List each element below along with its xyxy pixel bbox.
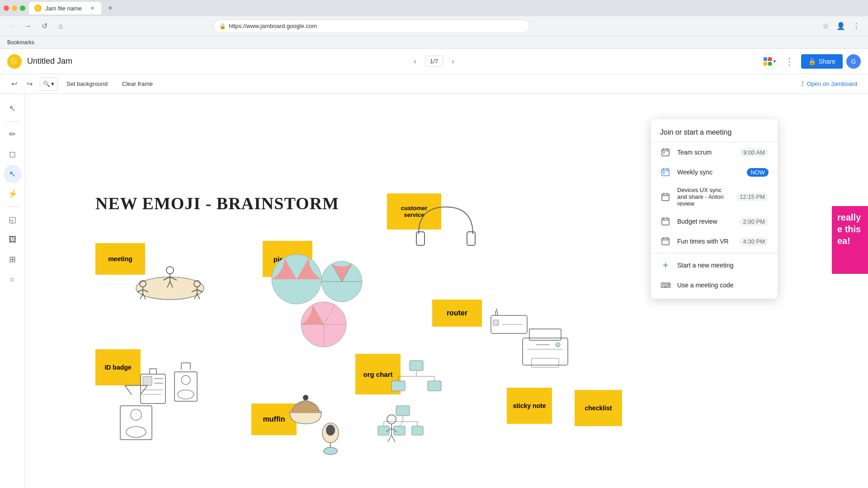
svg-rect-109 [662, 194, 669, 201]
more-options-icon[interactable]: ⋮ [850, 20, 863, 33]
zoom-arrow: ▾ [51, 80, 54, 87]
close-window-btn[interactable] [4, 5, 9, 11]
meeting-panel: Join or start a meeting Team scrum 9:00 … [651, 119, 778, 299]
share-lock-icon: 🔒 [808, 58, 816, 65]
undo-redo-group: ↩ ↪ [7, 77, 36, 91]
maximize-window-btn[interactable] [20, 5, 25, 11]
tool-divider-1 [5, 121, 20, 122]
undo-button[interactable]: ↩ [7, 77, 21, 91]
address-bar[interactable]: 🔒 https://www.jamboard.google.com [213, 19, 530, 33]
svg-rect-2 [764, 61, 767, 65]
pen-tool-btn[interactable]: ✏ [4, 125, 22, 143]
meeting-item-devices-ux[interactable]: Devices UX sync and share - Anton review… [651, 182, 778, 211]
meeting-item-team-scrum[interactable]: Team scrum 9:00 AM [651, 142, 778, 162]
window-controls [4, 5, 25, 11]
svg-rect-113 [662, 218, 669, 225]
minimize-window-btn[interactable] [12, 5, 17, 11]
sticky-note-id-badge[interactable]: ID badge [95, 349, 141, 385]
back-button[interactable]: ← [5, 20, 18, 33]
next-frame-btn[interactable]: › [447, 55, 459, 68]
app-title[interactable]: Untitled Jam [27, 56, 756, 66]
select-active-tool-btn[interactable]: ↖ [4, 165, 22, 183]
bookmarks-label[interactable]: Bookmarks [7, 39, 34, 46]
select-tool-btn[interactable]: ↖ [4, 99, 22, 117]
user-avatar[interactable]: G [846, 54, 861, 69]
profile-icon[interactable]: 👤 [835, 20, 847, 33]
sticky-note-org-chart[interactable]: org chart [355, 354, 401, 394]
share-button[interactable]: 🔒 Share [801, 54, 843, 69]
svg-rect-99 [662, 149, 669, 156]
svg-rect-0 [764, 57, 767, 61]
sticky-note-router[interactable]: router [432, 300, 482, 327]
image-tool-btn[interactable]: 🖼 [4, 230, 22, 249]
sticky-note-tool-btn[interactable]: ◱ [4, 211, 22, 229]
meet-button[interactable]: ▾ [761, 53, 778, 70]
meeting-panel-header: Join or start a meeting [651, 119, 778, 142]
start-new-meeting-btn[interactable]: + Start a new meeting [651, 255, 778, 275]
calendar-icon-4 [660, 216, 671, 227]
sticky-note-muffin[interactable]: muffin [251, 404, 297, 435]
template-tool-btn[interactable]: ⊞ [4, 250, 22, 268]
lock-icon: 🔒 [219, 23, 226, 29]
calendar-icon-3 [660, 192, 671, 202]
more-options-btn[interactable]: ⋮ [781, 53, 797, 70]
browser-titlebar: 🟡 Jam file name ✕ + [0, 0, 868, 16]
clear-frame-button[interactable]: Clear frame [117, 77, 158, 91]
sticky-note-sticky-note[interactable]: sticky note [507, 388, 552, 424]
plus-icon: + [660, 260, 671, 271]
meeting-item-fun-times[interactable]: Fun times with VR 4:30 PM [651, 231, 778, 251]
use-meeting-code-btn[interactable]: ⌨ Use a meeting code [651, 275, 778, 295]
tool-sidebar: ↖ ✏ ◻ ↖ ⚡ ◱ 🖼 ⊞ ○ [0, 94, 25, 488]
zoom-icon: 🔍 [43, 80, 50, 87]
redo-button[interactable]: ↪ [23, 77, 36, 91]
sticky-note-meeting[interactable]: meeting [95, 243, 145, 275]
browser-toolbar: ← → ↺ ⌂ 🔒 https://www.jamboard.google.co… [0, 16, 868, 36]
app-logo: 🟡 [7, 54, 22, 69]
meeting-item-weekly-sync[interactable]: Weekly sync NOW [651, 162, 778, 182]
eraser-tool-btn[interactable]: ◻ [4, 145, 22, 163]
sticky-note-pie-chart[interactable]: pie chart [263, 241, 312, 277]
svg-rect-108 [663, 172, 665, 174]
open-external-icon: ⤴ [801, 80, 804, 87]
calendar-icon-5 [660, 236, 671, 247]
tab-close-btn[interactable]: ✕ [89, 5, 96, 12]
forward-button[interactable]: → [22, 20, 34, 33]
meeting-time-fun-times: 4:30 PM [740, 237, 769, 246]
keyboard-icon: ⌨ [660, 280, 671, 291]
laser-tool-btn[interactable]: ⚡ [4, 185, 22, 203]
frame-navigation: ‹ 1/7 › [409, 55, 459, 68]
bookmark-star-icon[interactable]: ☆ [819, 20, 832, 33]
meet-icon [763, 56, 773, 66]
header-right: ▾ ⋮ 🔒 Share G [761, 53, 861, 70]
jam-canvas[interactable]: NEW EMOJI - BRAINSTORM customer service … [25, 94, 868, 488]
shapes-tool-btn[interactable]: ○ [4, 270, 22, 288]
app-header: 🟡 Untitled Jam ‹ 1/7 › ▾ ⋮ [0, 49, 868, 74]
tab-title: Jam file name [45, 5, 82, 12]
sticky-note-customer-service[interactable]: customer service [387, 193, 441, 230]
meeting-time-budget-review: 2:00 PM [740, 217, 769, 226]
pink-sticky-note[interactable]: reallye thisea! [832, 206, 868, 274]
prev-frame-btn[interactable]: ‹ [409, 55, 421, 68]
app-body: ↖ ✏ ◻ ↖ ⚡ ◱ 🖼 ⊞ ○ NEW EMOJI - BRAINSTORM [0, 94, 868, 488]
meeting-time-devices-ux: 12:15 PM [736, 192, 769, 201]
start-meeting-label: Start a new meeting [677, 262, 734, 269]
sticky-note-checklist[interactable]: checklist [575, 390, 622, 426]
set-background-button[interactable]: Set background [61, 77, 113, 91]
meeting-info-fun-times: Fun times with VR [677, 238, 733, 245]
tab-favicon: 🟡 [34, 5, 42, 12]
zoom-control[interactable]: 🔍 ▾ [40, 77, 57, 91]
home-button[interactable]: ⌂ [54, 20, 67, 33]
tool-divider-2 [5, 206, 20, 207]
meeting-item-budget-review[interactable]: Budget review 2:00 PM [651, 211, 778, 231]
frame-indicator[interactable]: 1/7 [425, 56, 443, 67]
svg-rect-3 [768, 61, 772, 65]
open-on-jamboard-button[interactable]: ⤴ Open on Jamboard [797, 80, 861, 87]
browser-tab[interactable]: 🟡 Jam file name ✕ [29, 2, 101, 14]
meeting-info-budget-review: Budget review [677, 218, 733, 225]
meeting-divider [651, 253, 778, 253]
meeting-info-team-scrum: Team scrum [677, 149, 733, 156]
reload-button[interactable]: ↺ [38, 20, 51, 33]
new-tab-button[interactable]: + [105, 3, 116, 14]
address-text: https://www.jamboard.google.com [229, 23, 317, 29]
meeting-info-weekly-sync: Weekly sync [677, 169, 741, 176]
